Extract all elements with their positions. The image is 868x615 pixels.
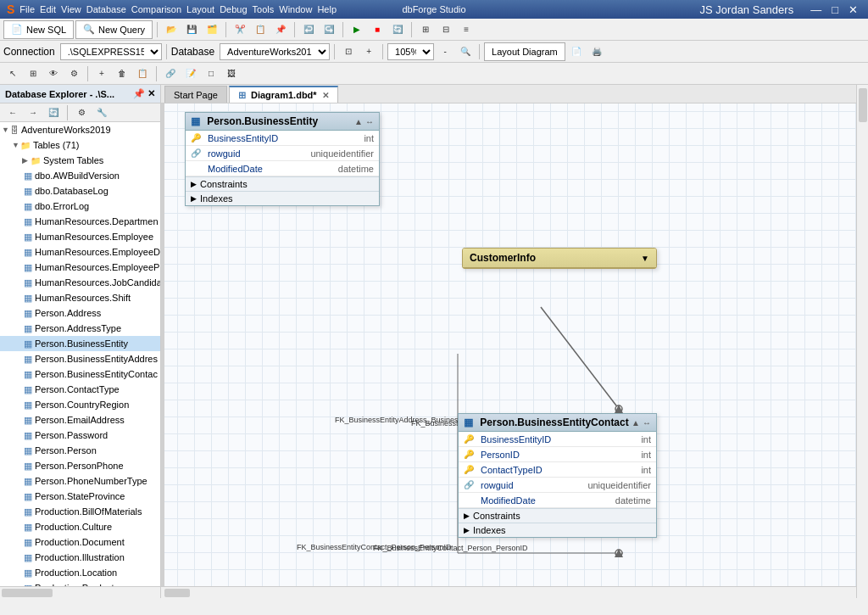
list-item[interactable]: ▦Person.BusinessEntityContac [0,366,160,382]
customer-expand-btn[interactable]: ▼ [641,254,649,263]
list-item[interactable]: ▦Production.Document [0,534,160,550]
tree-db-root[interactable]: ▼ 🗄 AdventureWorks2019 [0,122,160,137]
maximize-btn[interactable]: □ [828,3,842,16]
back-btn[interactable]: ← [3,103,22,122]
list-item[interactable]: ▦Production.Product [0,580,160,586]
new-sql-button[interactable]: 📄 New SQL [3,20,74,39]
connection-select[interactable]: .\SQLEXPRESS15 [60,43,162,60]
table-btn[interactable]: ⊞ [24,64,42,83]
be-col-rowguid[interactable]: 🔗 rowguid uniqueidentifier [186,146,379,161]
bec-table-header[interactable]: ▦ Person.BusinessEntityContact ▲ ↔ [459,414,656,432]
list-item[interactable]: ▦Person.CountryRegion [0,397,160,412]
be-col-businessentityid[interactable]: 🔑 BusinessEntityID int [186,131,379,146]
be-resize-btn[interactable]: ↔ [365,117,374,126]
close-tab-btn[interactable]: ✕ [322,91,329,100]
list-item[interactable]: ▦Production.Culture [0,519,160,534]
canvas-v-scrollbar[interactable] [856,85,868,598]
expand-tables[interactable]: ▼ [12,141,20,149]
forward-btn[interactable]: → [24,103,42,122]
list-item[interactable]: ▦HumanResources.EmployeeP [0,260,160,275]
align-btn[interactable]: ≡ [457,20,476,39]
new-query-button[interactable]: 🔍 New Query [75,20,153,39]
list-item[interactable]: ▦Production.Illustration [0,550,160,565]
bec-col-modifieddate[interactable]: ModifiedDate datetime [459,493,656,508]
del-btn[interactable]: 🗑 [113,64,131,83]
menu-window[interactable]: Window [279,4,312,14]
v-scroll-thumb[interactable] [859,88,867,122]
note-btn[interactable]: 📝 [181,64,200,83]
menu-view[interactable]: View [61,4,81,14]
list-item[interactable]: ▦dbo.AWBuildVersion [0,168,160,183]
list-item[interactable]: ▦HumanResources.Departmen [0,214,160,229]
be-indexes-section[interactable]: ▶ Indexes [186,191,379,205]
list-item[interactable]: ▦Person.StateProvince [0,489,160,504]
list-item[interactable]: ▦dbo.DatabaseLog [0,183,160,198]
menu-help[interactable]: Help [317,4,337,14]
page-setup-btn[interactable]: 📄 [567,42,586,61]
close-panel-btn[interactable]: ✕ [147,88,155,99]
open-btn[interactable]: 📂 [162,20,181,39]
stop-btn[interactable]: ■ [368,20,387,39]
foreign-key-btn[interactable]: 🔗 [161,64,180,83]
database-select[interactable]: AdventureWorks2019 [220,43,330,60]
refresh-tree-btn[interactable]: 🔄 [44,103,63,122]
h-scroll-track[interactable] [193,589,856,597]
bec-col-personid[interactable]: 🔑 PersonID int [459,447,656,462]
customer-card-header[interactable]: CustomerInfo ▼ [463,249,656,268]
save-all-btn[interactable]: 🗂️ [203,20,221,39]
be-col-modifieddate[interactable]: ModifiedDate datetime [186,161,379,176]
refresh-btn[interactable]: 🔄 [388,20,407,39]
list-item[interactable]: ▦Production.Location [0,565,160,580]
bec-constraints-section[interactable]: ▶ Constraints [459,508,656,523]
menu-file[interactable]: File [19,4,35,14]
tab-start-page[interactable]: Start Page [164,86,227,103]
zoom-search-btn[interactable]: 🔍 [456,42,475,61]
menu-edit[interactable]: Edit [40,4,56,14]
zoom-in-btn[interactable]: + [359,42,378,61]
props-btn[interactable]: 📋 [133,64,152,83]
menu-comparison[interactable]: Comparison [131,4,181,14]
img-btn[interactable]: 🖼 [222,64,241,83]
list-item[interactable]: ▦HumanResources.JobCandida [0,275,160,290]
menu-database[interactable]: Database [86,4,126,14]
be-collapse-btn[interactable]: ▲ [354,117,363,126]
redo-btn[interactable]: ↪️ [320,20,338,39]
group-btn[interactable]: □ [202,64,220,83]
panel-resize-handle[interactable] [161,103,164,586]
horizontal-scrollbar[interactable] [0,586,160,598]
copy-btn[interactable]: 📋 [251,20,270,39]
db-tree[interactable]: ▼ 🗄 AdventureWorks2019 ▼ 📁 Tables (71) ▶… [0,122,160,586]
bec-collapse-btn[interactable]: ▲ [632,418,640,428]
paste-btn[interactable]: 📌 [271,20,290,39]
pin-icon[interactable]: 📌 [133,88,145,99]
bec-col-businessentityid[interactable]: 🔑 BusinessEntityID int [459,432,656,447]
filter-btn[interactable]: ⚙ [72,103,91,122]
list-item[interactable]: ▦Production.BillOfMaterials [0,504,160,519]
list-item[interactable]: ▦Person.Person [0,443,160,458]
bec-col-rowguid[interactable]: 🔗 rowguid uniqueidentifier [459,478,656,493]
tree-tables-folder[interactable]: ▼ 📁 Tables (71) [0,137,160,153]
settings-btn[interactable]: 🔧 [92,103,111,122]
pointer-btn[interactable]: ↖ [3,64,22,83]
view-btn[interactable]: 👁 [44,64,63,83]
list-item[interactable]: ▦Person.AddressType [0,321,160,336]
expand-sys[interactable]: ▶ [22,156,31,165]
tab-diagram[interactable]: ⊞ Diagram1.dbd* ✕ [229,86,338,103]
bec-indexes-section[interactable]: ▶ Indexes [459,523,656,537]
canvas-h-scrollbar[interactable] [161,586,856,598]
list-item[interactable]: ▦Person.EmailAddress [0,412,160,428]
expand-db[interactable]: ▼ [2,126,10,134]
fit-btn[interactable]: ⊡ [339,42,358,61]
save-btn[interactable]: 💾 [182,20,201,39]
add-col-btn[interactable]: + [92,64,111,83]
minimize-btn[interactable]: — [807,3,825,16]
format-btn[interactable]: ⊞ [416,20,435,39]
layout-diagram-btn[interactable]: Layout Diagram [484,42,565,61]
zoom-select[interactable]: 105% [387,43,434,60]
proc-btn[interactable]: ⚙ [64,64,83,83]
list-item[interactable]: ▦dbo.ErrorLog [0,198,160,214]
list-item[interactable]: ▦Person.BusinessEntity [0,336,160,351]
bec-col-contacttypeid[interactable]: 🔑 ContactTypeID int [459,462,656,478]
diagram-canvas[interactable]: FK_BusinessEntityAddress_BusinessEntity_… [161,103,856,586]
print-btn[interactable]: 🖨️ [587,42,606,61]
